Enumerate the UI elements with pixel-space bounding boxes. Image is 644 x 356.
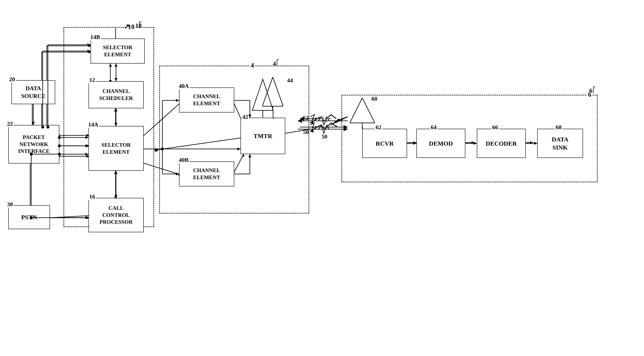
selector-b-block: SELECTORELEMENT	[90, 39, 145, 64]
label-4: 4	[250, 62, 255, 69]
decoder-block: DECODER	[477, 129, 526, 158]
demod-block: DEMOD	[416, 129, 465, 158]
selector-a-block: SELECTORELEMENT	[88, 126, 144, 171]
antenna-tmtr-line	[273, 110, 274, 119]
packet-network-block: PACKETNETWORKINTERFACE	[8, 125, 59, 164]
receive-antenna	[350, 98, 375, 127]
ref-40a: 40A	[178, 83, 190, 89]
channel-elem-b-block: CHANNELELEMENT	[179, 161, 234, 186]
ref-20: 20	[8, 76, 16, 83]
transmit-antenna	[262, 77, 283, 110]
diagram: 10 ↗ 4 6 DATASOURCE 20 PACKETNETWORKINTE…	[0, 0, 644, 356]
call-control-block: CALLCONTROLPROCESSOR	[88, 198, 144, 232]
ref-22: 22	[6, 120, 14, 127]
svg-marker-63	[262, 77, 283, 106]
bracket-10-svg	[130, 21, 143, 29]
rcvr-block: RCVR	[362, 129, 407, 158]
bracket-10: ↗	[124, 23, 130, 31]
bracket-4-svg	[268, 59, 280, 67]
ref-44: 44	[286, 77, 294, 84]
svg-marker-73	[32, 122, 35, 125]
channel-scheduler-block: CHANNELSCHEDULER	[88, 81, 144, 108]
svg-point-58	[154, 148, 158, 152]
tmtr-block: TMTR	[240, 118, 285, 154]
ref-14a: 14A	[88, 121, 99, 128]
ref-14b: 14B	[90, 34, 101, 41]
pstn-block: PSTN	[8, 205, 50, 229]
ref-30: 30	[6, 201, 14, 208]
ref-52: 52	[321, 116, 328, 123]
ref-66: 66	[492, 124, 499, 131]
ref-42: 42	[242, 114, 249, 120]
ref-64: 64	[430, 124, 438, 131]
ref-62: 62	[375, 124, 382, 131]
ref-50: 50	[321, 133, 328, 140]
bracket-6-svg	[585, 86, 596, 94]
ref-50-label: 50	[303, 129, 309, 135]
data-sink-block: DATASINK	[537, 129, 583, 158]
data-source-block: DATASOURCE	[12, 80, 55, 104]
ref-52-label: 52	[303, 115, 309, 121]
ref-40b: 40B	[178, 157, 190, 163]
ref-16: 16	[88, 193, 96, 200]
channel-elem-a-block: CHANNELELEMENT	[179, 88, 234, 113]
ref-60: 60	[370, 95, 378, 102]
ref-68: 68	[555, 124, 562, 131]
ref-12: 12	[88, 77, 96, 83]
